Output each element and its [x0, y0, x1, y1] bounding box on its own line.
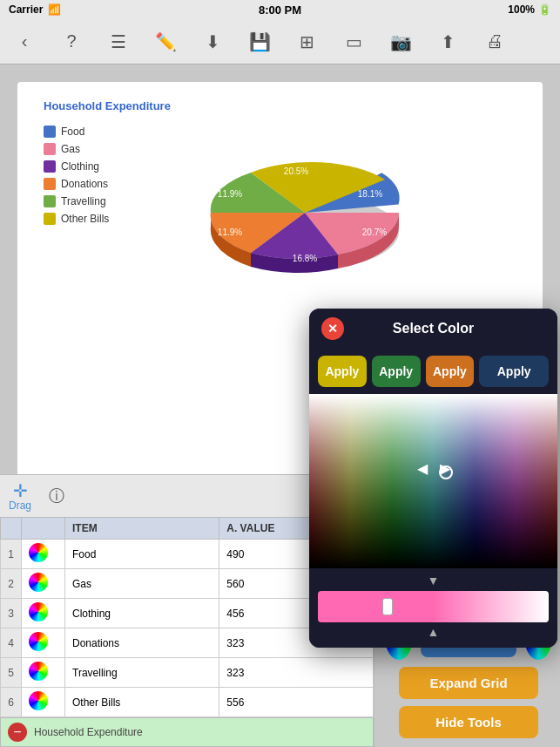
- help-button[interactable]: ?: [56, 26, 87, 58]
- apply-yellow-button[interactable]: Apply: [318, 356, 367, 387]
- hue-slider-area: ▼ ▲: [309, 568, 557, 648]
- picker-white-overlay: [309, 394, 557, 568]
- status-left: Carrier 📶: [9, 3, 61, 16]
- hue-gradient-bar[interactable]: [318, 591, 549, 622]
- apply-dark-button[interactable]: Apply: [479, 356, 549, 387]
- main-content: Household Expenditure Food Gas Clothing …: [0, 65, 560, 747]
- status-bar: Carrier 📶 8:00 PM 100% 🔋: [0, 0, 560, 19]
- hue-thumb[interactable]: [382, 598, 393, 615]
- modal-overlay: ✕ Select Color Apply Apply Apply Apply ◀…: [0, 65, 560, 747]
- wifi-icon: 📶: [48, 3, 61, 16]
- apply-buttons-row: Apply Apply Apply Apply: [309, 349, 557, 394]
- status-right: 100% 🔋: [508, 3, 551, 16]
- time-display: 8:00 PM: [259, 3, 301, 17]
- toolbar: ‹ ? ☰ ✏️ ⬇ 💾 ⊞ ▭ 📷 ⬆ 🖨: [0, 19, 560, 65]
- print-button[interactable]: 🖨: [479, 26, 510, 58]
- carrier-text: Carrier: [9, 3, 43, 16]
- modal-title: Select Color: [344, 321, 523, 336]
- battery-text: 100%: [508, 3, 535, 16]
- slider-up-arrow: ▲: [318, 625, 549, 639]
- color-picker-canvas[interactable]: ◀▶: [309, 394, 557, 568]
- color-picker-modal: ✕ Select Color Apply Apply Apply Apply ◀…: [309, 309, 557, 648]
- save-button[interactable]: 💾: [244, 26, 275, 58]
- battery-icon: 🔋: [538, 3, 551, 16]
- camera-button[interactable]: 📷: [385, 26, 416, 58]
- share-button[interactable]: ⬆: [432, 26, 463, 58]
- table-button[interactable]: ⊞: [291, 26, 322, 58]
- apply-orange-button[interactable]: Apply: [426, 356, 475, 387]
- list-button[interactable]: ☰: [103, 26, 134, 58]
- modal-header: ✕ Select Color: [309, 309, 557, 349]
- window-button[interactable]: ▭: [338, 26, 369, 58]
- download-button[interactable]: ⬇: [197, 26, 228, 58]
- back-button[interactable]: ‹: [9, 26, 40, 58]
- slider-down-arrow: ▼: [318, 574, 549, 587]
- modal-close-button[interactable]: ✕: [321, 317, 344, 340]
- edit-button[interactable]: ✏️: [150, 26, 181, 58]
- apply-green-button[interactable]: Apply: [372, 356, 421, 387]
- picker-cursor[interactable]: [439, 465, 453, 479]
